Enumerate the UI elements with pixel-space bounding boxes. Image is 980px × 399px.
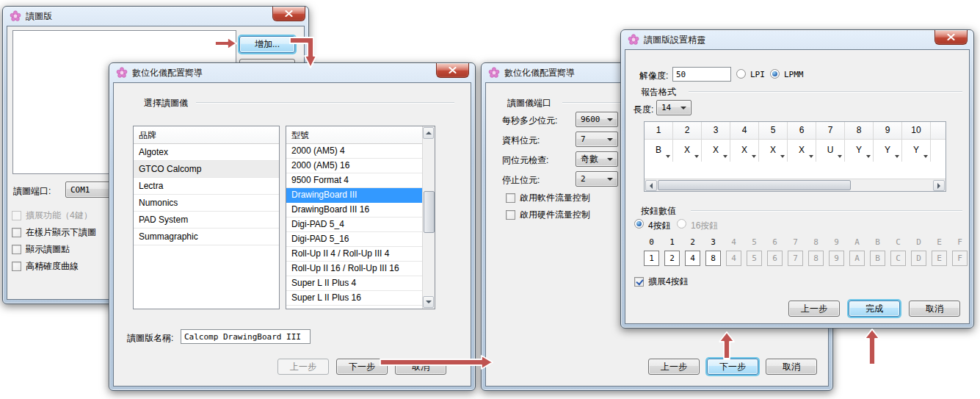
scrollbar-thumb[interactable] — [658, 180, 851, 190]
hex-index: 7 — [788, 237, 803, 247]
model-item[interactable]: 2000 (AM5) 16 — [286, 159, 422, 173]
horizontal-scrollbar[interactable] — [645, 179, 945, 191]
hex-index: 1 — [664, 237, 680, 247]
back-button[interactable]: 上一步 — [788, 301, 840, 317]
format-cell-value: Y — [885, 145, 890, 155]
resolution-input[interactable]: 50 — [672, 67, 731, 82]
lpmm-radio[interactable] — [770, 69, 780, 79]
model-item[interactable]: Digi-PAD 5_4 — [286, 218, 422, 232]
format-cell-dropdown[interactable]: X — [730, 140, 759, 162]
model-item[interactable]: Digi-PAD 5_16 — [286, 232, 422, 247]
format-cell-dropdown[interactable]: Y — [845, 140, 874, 162]
scroll-down-button[interactable] — [423, 296, 434, 308]
brand-item[interactable]: Summagraphic — [134, 229, 279, 245]
scroll-up-button[interactable] — [423, 127, 434, 139]
next-button[interactable]: 下一步 — [707, 359, 758, 375]
button-value-input[interactable]: 8 — [705, 251, 721, 266]
model-item[interactable]: 2000 (AM5) 4 — [286, 144, 422, 159]
model-item[interactable]: Roll-Up II 16 / Roll-Up III 16 — [286, 262, 422, 276]
lpmm-label: LPMM — [784, 70, 804, 79]
close-button[interactable] — [272, 7, 305, 21]
button-value-input[interactable]: 4 — [685, 251, 700, 266]
titlebar[interactable]: 讀圖版設置精靈 — [621, 30, 973, 49]
tablet-name-input[interactable]: Calcomp DrawingBoard III — [181, 329, 311, 344]
length-combobox[interactable]: 14 — [656, 100, 692, 115]
column-header: 1 — [645, 122, 673, 139]
scroll-right-button[interactable] — [933, 180, 945, 191]
scrollbar-thumb[interactable] — [424, 191, 435, 233]
brand-item[interactable]: Lectra — [134, 178, 279, 195]
checkbox-show-points[interactable]: 顯示讀圖點 — [12, 243, 70, 256]
scroll-down-icon — [426, 301, 432, 303]
brand-item[interactable]: Algotex — [134, 144, 279, 161]
column-header: 6 — [788, 122, 816, 139]
parity-combobox[interactable]: 奇數 — [576, 151, 618, 167]
brand-item[interactable]: PAD System — [134, 212, 279, 229]
next-button-label: 下一步 — [349, 361, 375, 373]
checkbox-hardware-flow-control[interactable]: 啟用硬件流量控制 — [506, 209, 590, 221]
stop-bits-combobox[interactable]: 2 — [576, 171, 618, 187]
button-value-input[interactable]: 2 — [664, 251, 680, 266]
checkbox-software-flow-control[interactable]: 啟用軟件流量控制 — [506, 192, 590, 204]
checkbox-read-under-pattern[interactable]: 在樣片顯示下讀圖 — [12, 226, 96, 239]
format-cell-dropdown[interactable]: Y — [874, 140, 902, 162]
close-icon — [449, 67, 457, 73]
hex-index: F — [952, 237, 968, 247]
window-title: 讀圖版 — [26, 10, 52, 23]
finish-button[interactable]: 完成 — [849, 301, 900, 317]
format-cell-dropdown[interactable]: U — [816, 140, 845, 162]
app-flower-icon — [10, 10, 21, 22]
cancel-button[interactable]: 取消 — [909, 301, 960, 317]
length-value: 14 — [661, 103, 671, 112]
format-value-row: B X X X X X U Y Y Y — [645, 140, 945, 162]
finish-button-label: 完成 — [865, 303, 883, 315]
format-cell-dropdown[interactable]: X — [788, 140, 816, 162]
format-cell-dropdown[interactable]: Y — [902, 140, 931, 162]
model-item[interactable]: DrawingBoard III 16 — [286, 203, 422, 218]
brand-column-header: 品牌 — [134, 126, 279, 144]
column-header: 4 — [730, 122, 759, 139]
format-cell-value: X — [741, 145, 747, 155]
add-button[interactable]: 增加... — [239, 36, 295, 53]
chevron-down-icon — [666, 155, 670, 158]
scroll-left-button[interactable] — [645, 180, 657, 191]
format-cell-dropdown[interactable]: B — [645, 140, 673, 162]
titlebar[interactable]: 讀圖版 — [3, 7, 308, 26]
column-header: 8 — [845, 122, 874, 139]
parity-label: 同位元檢查: — [502, 154, 548, 167]
button-value-input[interactable]: 1 — [644, 251, 659, 266]
model-item-selected[interactable]: DrawingBoard III — [286, 188, 422, 203]
chevron-down-icon — [752, 155, 756, 158]
brand-item[interactable]: Numonics — [134, 195, 279, 212]
button-value-input-disabled: D — [911, 251, 926, 266]
cancel-button[interactable]: 取消 — [766, 359, 817, 375]
close-button[interactable] — [934, 30, 968, 45]
vertical-scrollbar[interactable] — [422, 126, 435, 309]
model-item[interactable]: Super L II Plus 4 — [286, 276, 422, 291]
checkbox-icon — [12, 262, 21, 271]
hex-index: 4 — [726, 237, 741, 247]
close-button[interactable] — [436, 63, 469, 78]
baud-rate-combobox[interactable]: 9600 — [576, 112, 618, 127]
hex-index: 0 — [644, 237, 659, 247]
arrow-pointing-add-button-icon — [214, 36, 238, 51]
brand-item-selected[interactable]: GTCO Calcomp — [134, 161, 279, 178]
model-list: 型號 2000 (AM5) 4 2000 (AM5) 16 9500 Forma… — [286, 126, 435, 309]
model-item[interactable]: Super L II Plus 16 — [286, 291, 422, 306]
checkbox-extend-4-buttons[interactable]: 擴展4按鈕 — [634, 276, 689, 288]
data-bits-combobox[interactable]: 7 — [576, 132, 618, 147]
format-cell-dropdown[interactable]: X — [702, 140, 730, 162]
format-cell-dropdown[interactable]: X — [673, 140, 702, 162]
column-header: 9 — [874, 122, 902, 139]
model-item[interactable]: Roll-Up II 4 / Roll-Up III 4 — [286, 247, 422, 262]
checkbox-extended-4key: 擴展功能（4鍵） — [12, 209, 92, 222]
radio-4-buttons[interactable] — [634, 219, 644, 229]
checkbox-high-precision-curve[interactable]: 高精確度曲線 — [12, 260, 79, 273]
chevron-down-icon — [680, 107, 686, 109]
model-item[interactable]: 9500 Format 4 — [286, 173, 422, 188]
lpi-radio[interactable] — [736, 69, 746, 79]
hex-index: 6 — [767, 237, 783, 247]
column-header-partial — [931, 122, 945, 139]
back-button[interactable]: 上一步 — [648, 359, 700, 375]
format-cell-dropdown[interactable]: X — [759, 140, 788, 162]
